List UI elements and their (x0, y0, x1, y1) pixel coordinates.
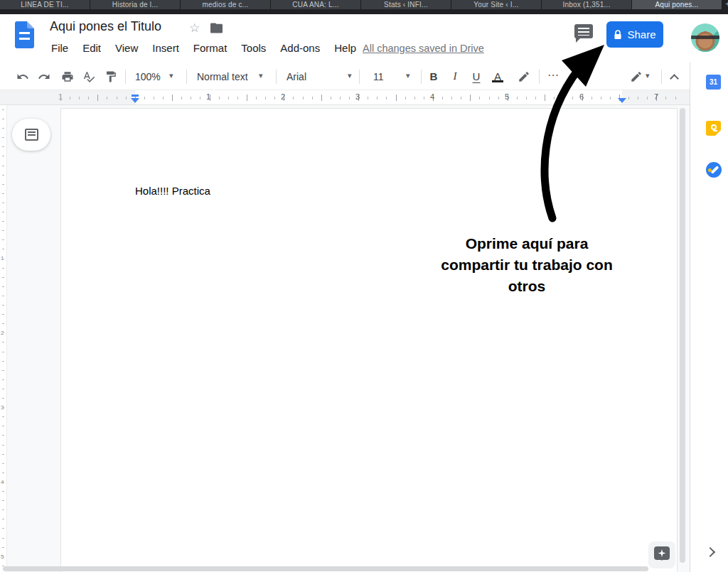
menu-edit[interactable]: Edit (75, 41, 108, 56)
font-select[interactable]: Arial (287, 71, 306, 82)
vruler-number: 5 (1, 554, 4, 560)
redo-icon[interactable] (38, 70, 50, 83)
google-side-panel: 31 (690, 63, 728, 572)
editing-mode-caret-icon[interactable]: ▾ (646, 71, 650, 80)
highlight-color-icon[interactable] (518, 70, 530, 83)
calendar-icon[interactable]: 31 (706, 75, 721, 90)
menu-addons[interactable]: Add-ons (273, 41, 327, 56)
first-line-indent-marker[interactable] (132, 95, 139, 97)
annotation-line: Oprime aquí para (395, 233, 658, 254)
toolbar-divider (421, 70, 422, 84)
tasks-icon[interactable] (706, 162, 722, 178)
vruler-number: 3 (1, 404, 4, 411)
toolbar-divider (125, 70, 126, 84)
browser-tab[interactable]: LINEA DE TI... (0, 0, 90, 9)
spell-check-icon[interactable] (82, 70, 95, 83)
bold-button[interactable]: B (428, 70, 439, 82)
paint-format-icon[interactable] (105, 70, 117, 83)
ruler-number: 1 (57, 92, 64, 101)
ruler-number: 3 (354, 92, 361, 101)
vruler-number: 4 (1, 479, 4, 485)
collapse-panel-chevron-icon[interactable] (705, 547, 715, 557)
google-docs-logo-icon[interactable] (15, 21, 34, 48)
menu-file[interactable]: File (44, 41, 75, 56)
menu-format[interactable]: Format (186, 41, 235, 56)
comments-icon[interactable] (574, 24, 593, 38)
undo-icon[interactable] (16, 70, 29, 83)
explore-button[interactable] (648, 541, 675, 568)
browser-tab[interactable]: CUA ANA: L... (271, 0, 361, 9)
move-folder-icon[interactable] (210, 23, 223, 36)
editing-mode-pencil-icon[interactable] (630, 70, 643, 83)
share-label: Share (627, 28, 655, 41)
document-title[interactable]: Aqui pones el Titulo (50, 19, 161, 34)
underline-button[interactable]: U (471, 70, 482, 82)
browser-tab[interactable]: Your Site ‹ I... (451, 0, 542, 9)
tab-label: Aqui pones... (655, 1, 699, 9)
account-avatar[interactable] (691, 23, 719, 52)
ruler-number: 2 (279, 92, 287, 101)
browser-tab[interactable]: Inbox (1,351... (542, 0, 632, 9)
tab-label: medios de c... (202, 1, 248, 9)
tab-label: Inbox (1,351... (563, 1, 611, 9)
font-size-select[interactable]: 11 (373, 71, 384, 82)
browser-tab[interactable]: Historia de l... (90, 0, 181, 9)
document-page[interactable] (60, 108, 678, 572)
vertical-ruler: 1 2 3 4 5 (0, 105, 7, 572)
browser-tab[interactable]: medios de c... (181, 0, 271, 9)
style-caret-icon[interactable]: ▾ (259, 71, 263, 80)
zoom-caret-icon[interactable]: ▾ (169, 71, 173, 80)
vruler-number: 1 (1, 255, 4, 261)
more-options-icon[interactable]: ⋯ (547, 68, 560, 82)
toolbar-divider (539, 70, 540, 84)
outline-icon (25, 129, 38, 141)
ruler-number: 1 (205, 92, 212, 101)
horizontal-scrollbar[interactable] (3, 566, 648, 571)
save-status-link[interactable]: All changes saved in Drive (363, 43, 484, 54)
explore-icon (654, 546, 670, 560)
toolbar-divider (661, 70, 662, 84)
sparkle-icon (658, 549, 666, 557)
tab-label: Stats ‹ INFI... (384, 1, 428, 9)
menu-tools[interactable]: Tools (234, 41, 273, 56)
calendar-date-label: 31 (710, 78, 717, 86)
paragraph-style-select[interactable]: Normal text (197, 71, 248, 82)
annotation-line: otros (395, 276, 658, 297)
tab-label: Historia de l... (112, 1, 158, 9)
document-body-text[interactable]: Hola!!!! Practica (135, 185, 210, 197)
vruler-number: 2 (1, 330, 4, 336)
show-outline-button[interactable] (12, 119, 50, 151)
ruler-number: 5 (503, 92, 510, 101)
text-color-button[interactable]: A (492, 70, 503, 82)
zoom-select[interactable]: 100% (135, 71, 161, 82)
star-icon[interactable]: ☆ (189, 21, 200, 36)
menu-insert[interactable]: Insert (145, 41, 186, 56)
left-indent-marker[interactable] (131, 98, 139, 103)
annotation-line: compartir tu trabajo con (395, 254, 658, 276)
browser-tab-active[interactable]: Aqui pones... (632, 0, 722, 9)
toolbar-divider (359, 70, 360, 84)
ruler-number: 4 (429, 92, 436, 101)
ruler-number: 6 (578, 92, 585, 101)
keep-icon[interactable] (706, 121, 721, 136)
font-size-caret-icon[interactable]: ▾ (406, 71, 410, 80)
italic-button[interactable]: I (449, 70, 461, 82)
font-caret-icon[interactable]: ▾ (348, 71, 352, 80)
right-indent-marker[interactable] (618, 98, 626, 103)
browser-tab-bar: LINEA DE TI... Historia de l... medios d… (0, 0, 728, 14)
menu-bar: File Edit View Insert Format Tools Add-o… (44, 41, 363, 56)
google-docs-app: LINEA DE TI... Historia de l... medios d… (0, 0, 728, 572)
menu-help[interactable]: Help (327, 41, 363, 56)
lightbulb-icon (711, 124, 717, 130)
tab-label: CUA ANA: L... (292, 1, 338, 9)
docs-header: Aqui pones el Titulo ☆ File Edit View In… (0, 14, 728, 63)
share-button[interactable]: Share (606, 21, 663, 48)
new-tab-button[interactable]: + (722, 0, 728, 9)
print-icon[interactable] (61, 70, 74, 83)
menu-view[interactable]: View (108, 41, 145, 56)
browser-tab[interactable]: Stats ‹ INFI... (361, 0, 451, 9)
ruler-number: 7 (653, 92, 660, 101)
toolbar-divider (276, 70, 277, 84)
lock-icon (614, 30, 622, 40)
vertical-scrollbar[interactable] (680, 108, 685, 563)
